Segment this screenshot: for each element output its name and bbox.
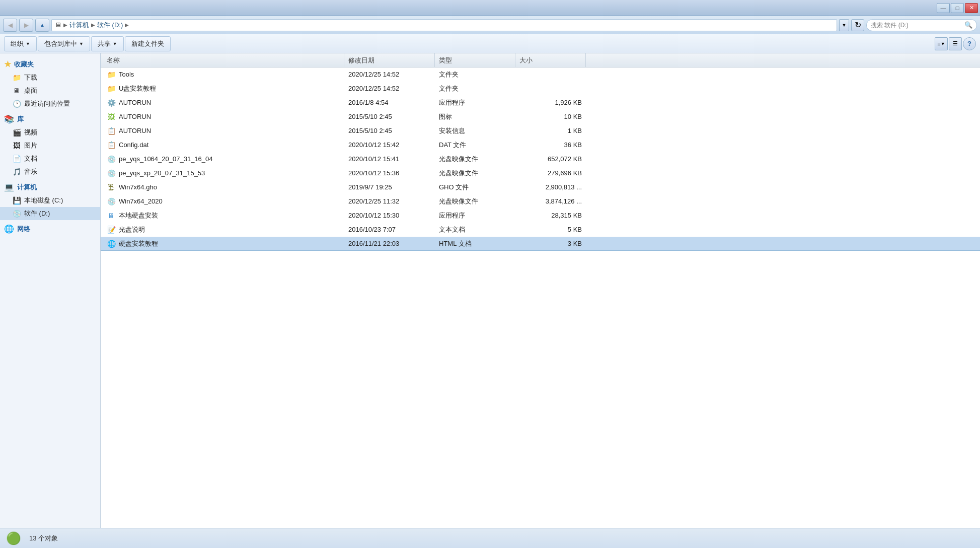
file-name: Config.dat [119, 141, 148, 149]
table-row[interactable]: 📁 U盘安装教程 2020/12/25 14:52 文件夹 [101, 82, 980, 96]
sidebar-item-desktop[interactable]: 🖥 桌面 [0, 84, 100, 97]
computer-icon: 💻 [4, 182, 14, 192]
file-type-cell: 图标 [435, 112, 515, 121]
table-row[interactable]: 🌐 硬盘安装教程 2016/11/21 22:03 HTML 文档 3 KB [101, 237, 980, 251]
table-row[interactable]: 📝 光盘说明 2016/10/23 7:07 文本文档 5 KB [101, 223, 980, 237]
close-button[interactable]: ✕ [965, 3, 978, 13]
address-bar: ◀ ▶ ▲ 🖥 ▶ 计算机 ▶ 软件 (D:) ▶ ▼ ↻ 🔍 [0, 16, 980, 34]
file-type-cell: DAT 文件 [435, 141, 515, 150]
sidebar-item-music[interactable]: 🎵 音乐 [0, 165, 100, 178]
col-header-size[interactable]: 大小 [515, 53, 586, 67]
sidebar-libraries-header[interactable]: 📚 库 [0, 112, 100, 126]
table-row[interactable]: 📋 Config.dat 2020/10/12 15:42 DAT 文件 36 … [101, 138, 980, 152]
sidebar-section-libraries: 📚 库 🎬 视频 🖼 图片 📄 文档 🎵 音乐 [0, 112, 100, 178]
archive-label: 包含到库中 [44, 39, 77, 48]
file-name-cell: 🌐 硬盘安装教程 [103, 239, 344, 248]
file-date-cell: 2020/12/25 11:32 [344, 197, 435, 205]
file-icon: 💿 [107, 155, 116, 164]
search-icon: 🔍 [964, 21, 972, 29]
table-row[interactable]: 📋 AUTORUN 2015/5/10 2:45 安装信息 1 KB [101, 124, 980, 138]
back-button[interactable]: ◀ [3, 19, 17, 32]
help-button[interactable]: ? [963, 37, 976, 50]
file-icon: 🌐 [107, 239, 116, 248]
file-name: AUTORUN [119, 127, 151, 134]
table-row[interactable]: 📁 Tools 2020/12/25 14:52 文件夹 [101, 67, 980, 82]
sidebar-section-network: 🌐 网络 [0, 222, 100, 236]
status-app-icon: 🟢 [6, 531, 21, 545]
file-date-cell: 2020/10/12 15:30 [344, 212, 435, 219]
organize-label: 组织 [11, 39, 24, 48]
status-count: 13 个对象 [29, 534, 58, 543]
favorites-label: 收藏夹 [14, 60, 34, 69]
sidebar: ★ 收藏夹 📁 下载 🖥 桌面 🕐 最近访问的位置 [0, 53, 101, 528]
sidebar-item-picture[interactable]: 🖼 图片 [0, 139, 100, 152]
file-type-cell: 光盘映像文件 [435, 155, 515, 164]
file-name-cell: 📝 光盘说明 [103, 225, 344, 234]
sidebar-computer-header[interactable]: 💻 计算机 [0, 180, 100, 194]
desktop-icon: 🖥 [12, 86, 21, 95]
file-icon: 📁 [107, 84, 116, 93]
share-button[interactable]: 共享 ▼ [91, 36, 124, 51]
forward-button[interactable]: ▶ [19, 19, 33, 32]
new-folder-button[interactable]: 新建文件夹 [125, 36, 171, 51]
file-name: Win7x64_2020 [119, 197, 163, 205]
file-name: 硬盘安装教程 [119, 239, 158, 248]
col-header-name[interactable]: 名称 [103, 53, 344, 67]
sidebar-network-header[interactable]: 🌐 网络 [0, 222, 100, 236]
minimize-button[interactable]: — [937, 3, 950, 13]
file-name-cell: 💿 Win7x64_2020 [103, 197, 344, 206]
search-input[interactable] [871, 22, 962, 29]
col-header-date[interactable]: 修改日期 [344, 53, 435, 67]
path-drive[interactable]: 软件 (D:) [97, 21, 123, 30]
maximize-button[interactable]: □ [951, 3, 964, 13]
library-icon: 📚 [4, 114, 14, 124]
file-name-cell: 🗜 Win7x64.gho [103, 183, 344, 192]
archive-button[interactable]: 包含到库中 ▼ [38, 36, 90, 51]
col-header-type[interactable]: 类型 [435, 53, 515, 67]
file-name: Win7x64.gho [119, 183, 157, 191]
file-date-cell: 2020/10/12 15:41 [344, 155, 435, 163]
sidebar-item-recent[interactable]: 🕐 最近访问的位置 [0, 97, 100, 110]
table-row[interactable]: 🖼 AUTORUN 2015/5/10 2:45 图标 10 KB [101, 110, 980, 124]
file-date-cell: 2016/1/8 4:54 [344, 99, 435, 106]
document-icon: 📄 [12, 154, 21, 163]
desktop-label: 桌面 [24, 86, 37, 95]
file-type-cell: GHO 文件 [435, 183, 515, 192]
sidebar-item-downloads[interactable]: 📁 下载 [0, 71, 100, 84]
file-name-cell: 📋 AUTORUN [103, 126, 344, 135]
file-name-cell: 📋 Config.dat [103, 141, 344, 150]
view-toggle-button[interactable]: ≡ ▼ [935, 37, 948, 50]
up-button[interactable]: ▲ [35, 19, 49, 32]
table-row[interactable]: 💿 pe_yqs_1064_20_07_31_16_04 2020/10/12 … [101, 152, 980, 166]
table-row[interactable]: 🖥 本地硬盘安装 2020/10/12 15:30 应用程序 28,315 KB [101, 209, 980, 223]
organize-dropdown-icon: ▼ [26, 41, 30, 46]
sidebar-item-local-c[interactable]: 💾 本地磁盘 (C:) [0, 194, 100, 207]
file-type-cell: 文件夹 [435, 84, 515, 93]
table-row[interactable]: 🗜 Win7x64.gho 2019/9/7 19:25 GHO 文件 2,90… [101, 180, 980, 194]
file-list: 📁 Tools 2020/12/25 14:52 文件夹 📁 U盘安装教程 20… [101, 67, 980, 528]
sidebar-item-video[interactable]: 🎬 视频 [0, 126, 100, 139]
picture-label: 图片 [24, 141, 37, 150]
sidebar-favorites-header[interactable]: ★ 收藏夹 [0, 57, 100, 71]
organize-button[interactable]: 组织 ▼ [4, 36, 37, 51]
table-row[interactable]: 💿 pe_yqs_xp_20_07_31_15_53 2020/10/12 15… [101, 166, 980, 180]
video-label: 视频 [24, 128, 37, 137]
sidebar-item-local-d[interactable]: 💿 软件 (D:) [0, 207, 100, 220]
sidebar-item-document[interactable]: 📄 文档 [0, 152, 100, 165]
preview-button[interactable]: ☰ [949, 37, 962, 50]
file-name: AUTORUN [119, 99, 151, 106]
music-label: 音乐 [24, 167, 37, 176]
disk-d-icon: 💿 [12, 209, 21, 218]
downloads-icon: 📁 [12, 73, 21, 82]
recent-label: 最近访问的位置 [24, 99, 70, 108]
table-row[interactable]: 💿 Win7x64_2020 2020/12/25 11:32 光盘映像文件 3… [101, 194, 980, 209]
path-computer[interactable]: 计算机 [69, 21, 89, 30]
search-box: 🔍 [866, 19, 977, 31]
status-bar: 🟢 13 个对象 [0, 528, 980, 548]
table-row[interactable]: ⚙️ AUTORUN 2016/1/8 4:54 应用程序 1,926 KB [101, 96, 980, 110]
file-date-cell: 2015/5/10 2:45 [344, 113, 435, 120]
path-dropdown-button[interactable]: ▼ [839, 19, 849, 31]
file-name: 光盘说明 [119, 225, 145, 234]
address-path: 🖥 ▶ 计算机 ▶ 软件 (D:) ▶ [51, 19, 837, 31]
refresh-button[interactable]: ↻ [851, 19, 864, 31]
